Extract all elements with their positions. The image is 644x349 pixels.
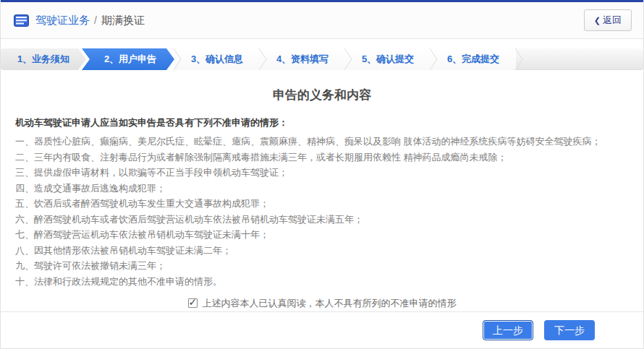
declaration-content: 申告的义务和内容 机动车驾驶证申请人应当如实申告是否具有下列不准申请的情形： 一…	[1, 87, 643, 310]
agreement-row: ✓ 上述内容本人已认真阅读，本人不具有所列的不准申请的情形	[1, 297, 643, 310]
breadcrumb: 驾驶证业务 / 期满换证	[14, 14, 145, 27]
declaration-item: 三、提供虚假申请材料，以欺骗等不正当手段申领机动车驾驶证；	[15, 165, 633, 181]
next-step-button[interactable]: 下一步	[544, 320, 595, 340]
declaration-item: 四、造成交通事故后逃逸构成犯罪；	[15, 181, 633, 197]
step-label: 1、业务须知	[17, 53, 69, 64]
footer-actions: 上一步 下一步	[1, 311, 643, 348]
declaration-item: 七、醉酒驾驶营运机动车依法被吊销机动车驾驶证未满十年；	[15, 227, 633, 243]
back-button[interactable]: ❮ 返回	[584, 9, 632, 31]
declaration-item: 五、饮酒后或者醉酒驾驶机动车发生重大交通事故构成犯罪；	[15, 196, 633, 212]
step-separator-icon	[344, 48, 352, 78]
breadcrumb-section[interactable]: 驾驶证业务	[35, 14, 90, 27]
previous-step-button[interactable]: 上一步	[483, 320, 533, 340]
declaration-item: 八、因其他情形依法被吊销机动车驾驶证未满二年；	[15, 243, 633, 259]
step-label: 5、确认提交	[362, 53, 414, 64]
step-separator-icon	[429, 48, 438, 78]
step-2-user-declaration[interactable]: 2、用户申告	[82, 48, 174, 70]
step-1-business-notice[interactable]: 1、业务须知	[1, 48, 86, 70]
declaration-lead: 机动车驾驶证申请人应当如实申告是否具有下列不准申请的情形：	[1, 116, 643, 130]
header: 驾驶证业务 / 期满换证 ❮ 返回	[1, 2, 643, 39]
breadcrumb-separator: /	[94, 14, 97, 26]
step-4-fill-materials[interactable]: 4、资料填写	[260, 48, 345, 70]
page-title: 申告的义务和内容	[1, 87, 643, 103]
step-label: 3、确认信息	[191, 53, 243, 64]
step-separator-icon	[258, 48, 267, 78]
agreement-label: 上述内容本人已认真阅读，本人不具有所列的不准申请的情形	[203, 298, 457, 309]
checkmark-icon: ✓	[189, 296, 198, 308]
step-5-confirm-submit[interactable]: 5、确认提交	[345, 48, 431, 70]
step-label: 4、资料填写	[276, 53, 329, 64]
step-3-confirm-info[interactable]: 3、确认信息	[174, 48, 260, 70]
declaration-item: 二、三年内有吸食、注射毒品行为或者解除强制隔离戒毒措施未满三年，或者长期服用依赖…	[15, 150, 633, 165]
declaration-list: 一、器质性心脏病、癫痫病、美尼尔氏症、眩晕症、癔病、震颤麻痹、精神病、痴呆以及影…	[1, 134, 643, 289]
declaration-item: 一、器质性心脏病、癫痫病、美尼尔氏症、眩晕症、癔病、震颤麻痹、精神病、痴呆以及影…	[15, 134, 633, 150]
declaration-item: 六、醉酒驾驶机动车或者饮酒后驾驶营运机动车依法被吊销机动车驾驶证未满五年；	[15, 212, 633, 228]
step-label: 6、完成提交	[447, 53, 499, 64]
page: 驾驶证业务 / 期满换证 ❮ 返回 1、业务须知 2、用户申告 3、确认信息 4…	[0, 0, 644, 349]
step-6-complete-submit[interactable]: 6、完成提交	[431, 48, 516, 70]
breadcrumb-current: 期满换证	[101, 14, 145, 27]
step-separator-icon	[173, 48, 182, 78]
agreement-checkbox[interactable]: ✓	[188, 298, 198, 308]
declaration-item: 十、法律和行政法规规定的其他不准申请的情形。	[15, 274, 633, 290]
step-separator-icon	[514, 48, 523, 73]
back-button-label: 返回	[603, 14, 622, 27]
license-business-icon	[14, 14, 29, 27]
step-bar-tail	[516, 48, 643, 70]
step-progress-bar: 1、业务须知 2、用户申告 3、确认信息 4、资料填写 5、确认提交	[1, 48, 643, 70]
back-chevron-icon: ❮	[594, 16, 601, 25]
declaration-item: 九、驾驶许可依法被撤销未满三年；	[15, 258, 633, 274]
step-label: 2、用户申告	[104, 53, 156, 64]
